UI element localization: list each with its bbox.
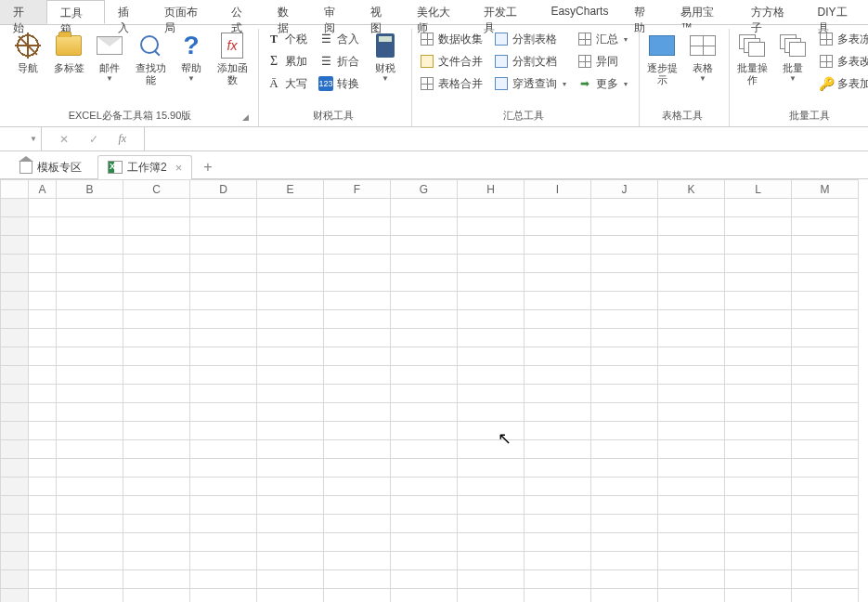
cell[interactable]: [591, 589, 658, 603]
cell[interactable]: [57, 236, 123, 255]
column-header[interactable]: A: [29, 180, 57, 199]
cell[interactable]: [591, 255, 658, 273]
cell[interactable]: [190, 533, 257, 552]
cell[interactable]: [324, 385, 391, 403]
cell[interactable]: [658, 422, 725, 440]
cell[interactable]: [324, 515, 391, 533]
personal-tax-button[interactable]: T个税: [263, 29, 311, 49]
cell[interactable]: [792, 552, 859, 570]
cell[interactable]: [123, 273, 190, 292]
cell[interactable]: [525, 515, 591, 533]
cell[interactable]: [658, 366, 725, 385]
cell[interactable]: [123, 292, 190, 310]
cell[interactable]: [591, 459, 658, 478]
cell[interactable]: [29, 440, 57, 459]
cell[interactable]: [792, 496, 859, 515]
cell[interactable]: [725, 496, 792, 515]
cell[interactable]: [725, 385, 792, 403]
help-button[interactable]: ? 帮助 ▼: [173, 29, 210, 85]
cell[interactable]: [591, 366, 658, 385]
cell[interactable]: [591, 422, 658, 440]
cell[interactable]: [725, 310, 792, 329]
cell[interactable]: [29, 478, 57, 496]
cell[interactable]: [257, 273, 324, 292]
cell[interactable]: [257, 533, 324, 552]
cell[interactable]: [725, 422, 792, 440]
cell[interactable]: [725, 403, 792, 422]
cell[interactable]: [57, 422, 123, 440]
find-button[interactable]: 查找功能: [132, 29, 169, 88]
cell[interactable]: [57, 347, 123, 366]
cell[interactable]: [29, 422, 57, 440]
cell[interactable]: [29, 347, 57, 366]
cell[interactable]: [324, 329, 391, 347]
column-header[interactable]: M: [792, 180, 859, 199]
tab-easycharts[interactable]: EasyCharts: [538, 0, 621, 24]
cell[interactable]: [324, 589, 391, 603]
cell[interactable]: [123, 385, 190, 403]
cell[interactable]: [29, 385, 57, 403]
cell[interactable]: [658, 459, 725, 478]
cell[interactable]: [591, 199, 658, 217]
cell[interactable]: [123, 515, 190, 533]
cell[interactable]: [391, 329, 458, 347]
cell[interactable]: [525, 273, 591, 292]
cell[interactable]: [29, 310, 57, 329]
cell[interactable]: [257, 347, 324, 366]
cell[interactable]: [324, 403, 391, 422]
column-header[interactable]: K: [658, 180, 725, 199]
cell[interactable]: [525, 292, 591, 310]
cell[interactable]: [324, 533, 391, 552]
cell[interactable]: [29, 273, 57, 292]
summary-button[interactable]: 汇总▾: [574, 29, 631, 49]
cell[interactable]: [190, 199, 257, 217]
cell[interactable]: [324, 255, 391, 273]
cell[interactable]: [324, 552, 391, 570]
cell[interactable]: [792, 515, 859, 533]
cell[interactable]: [792, 273, 859, 292]
cell[interactable]: [591, 217, 658, 236]
cell[interactable]: [29, 403, 57, 422]
cell[interactable]: [123, 496, 190, 515]
cell[interactable]: [658, 310, 725, 329]
cell[interactable]: [391, 385, 458, 403]
cell[interactable]: [57, 255, 123, 273]
cell[interactable]: [391, 478, 458, 496]
column-header[interactable]: D: [190, 180, 257, 199]
cell[interactable]: [391, 459, 458, 478]
cell[interactable]: [257, 440, 324, 459]
cell[interactable]: [190, 422, 257, 440]
cell[interactable]: [29, 496, 57, 515]
cell[interactable]: [57, 199, 123, 217]
cell[interactable]: [792, 533, 859, 552]
cell[interactable]: [190, 366, 257, 385]
cell[interactable]: [525, 199, 591, 217]
cell[interactable]: [458, 255, 525, 273]
cell[interactable]: [525, 496, 591, 515]
cell[interactable]: [29, 255, 57, 273]
cell[interactable]: [458, 422, 525, 440]
cell[interactable]: [57, 329, 123, 347]
enter-icon[interactable]: ✓: [89, 133, 98, 146]
cell[interactable]: [458, 292, 525, 310]
cell[interactable]: [257, 329, 324, 347]
cell[interactable]: [57, 496, 123, 515]
cell[interactable]: [123, 329, 190, 347]
cell[interactable]: [458, 329, 525, 347]
cell[interactable]: [324, 199, 391, 217]
cell[interactable]: [792, 217, 859, 236]
cell[interactable]: [525, 310, 591, 329]
cell[interactable]: [391, 533, 458, 552]
cell[interactable]: [792, 422, 859, 440]
multi-encrypt-button[interactable]: 🔑多表加密: [815, 73, 868, 94]
cell[interactable]: [792, 366, 859, 385]
column-header[interactable]: C: [123, 180, 190, 199]
cell[interactable]: [658, 385, 725, 403]
cell[interactable]: [591, 347, 658, 366]
column-header[interactable]: J: [591, 180, 658, 199]
cell[interactable]: [458, 440, 525, 459]
cell[interactable]: [792, 199, 859, 217]
cell[interactable]: [391, 440, 458, 459]
column-header[interactable]: H: [458, 180, 525, 199]
cell[interactable]: [391, 217, 458, 236]
